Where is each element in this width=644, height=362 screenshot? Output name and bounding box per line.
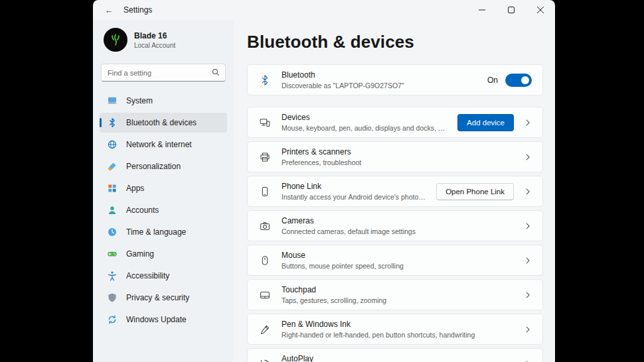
user-account-type: Local Account [134,42,175,49]
card-cameras[interactable]: Cameras Connected cameras, default image… [247,210,543,241]
app-body: Blade 16 Local Account System Bluetoo [93,20,555,362]
system-icon [107,95,118,106]
card-phone-link[interactable]: Phone Link Instantly access your Android… [247,176,543,207]
chevron-right-icon [524,257,532,265]
window-title: Settings [123,5,152,15]
back-button[interactable]: ← [101,2,117,18]
update-icon [107,314,118,325]
sidebar-item-accessibility[interactable]: Accessibility [100,266,227,286]
sidebar-item-gaming[interactable]: Gaming [100,244,227,264]
settings-window: ← Settings [93,0,555,362]
sidebar: Blade 16 Local Account System Bluetoo [93,20,234,362]
bluetooth-toggle-state-label: On [487,76,498,85]
pen-icon [258,323,272,336]
close-button[interactable] [526,0,555,20]
bluetooth-title: Bluetooth [282,70,477,80]
accessibility-icon [107,271,118,281]
card-devices[interactable]: Devices Mouse, keyboard, pen, audio, dis… [247,107,543,138]
mouse-icon [258,254,272,267]
sidebar-item-apps[interactable]: Apps [100,178,227,198]
titlebar: ← Settings [93,0,555,20]
card-touchpad[interactable]: Touchpad Taps, gestures, scrolling, zoom… [247,279,543,310]
card-mouse[interactable]: Mouse Buttons, mouse pointer speed, scro… [247,245,543,276]
main-content: Bluetooth & devices Bluetooth Discoverab… [234,20,555,362]
devices-action-button[interactable]: Add device [457,114,514,131]
search-box [101,64,226,82]
sidebar-item-network-internet[interactable]: Network & internet [100,135,227,154]
sidebar-item-accounts[interactable]: Accounts [100,200,227,220]
bluetooth-toggle[interactable] [505,74,532,87]
chevron-right-icon [524,119,532,127]
phone-icon [258,185,272,198]
privacy-icon [107,292,118,303]
bluetooth-toggle-card: Bluetooth Discoverable as "LAPTOP-G9O27S… [247,64,543,95]
personalization-icon [107,161,118,172]
chevron-right-icon [524,188,532,196]
autoplay-icon [258,357,272,362]
chevron-right-icon [524,291,532,299]
user-name: Blade 16 [134,31,175,40]
bluetooth-icon [258,74,272,87]
settings-cards: Devices Mouse, keyboard, pen, audio, dis… [247,107,543,362]
chevron-right-icon [524,326,532,333]
maximize-button[interactable] [497,0,526,20]
sidebar-item-personalization[interactable]: Personalization [100,156,227,176]
chevron-right-icon [524,222,532,230]
sidebar-item-windows-update[interactable]: Windows Update [100,310,227,330]
sidebar-item-privacy-security[interactable]: Privacy & security [100,288,227,308]
search-icon [211,68,220,80]
user-profile[interactable]: Blade 16 Local Account [100,24,227,56]
sidebar-item-time-language[interactable]: Time & language [100,222,227,242]
camera-icon [258,219,272,233]
screen-background: ← Settings [0,0,644,362]
card-pen-windows-ink[interactable]: Pen & Windows Ink Right-handed or left-h… [247,314,543,345]
chevron-right-icon [524,360,532,362]
search-input[interactable] [101,64,226,82]
touchpad-icon [258,288,272,302]
sidebar-item-system[interactable]: System [100,91,227,111]
apps-icon [107,183,118,194]
devices-icon [258,116,272,129]
gaming-icon [107,249,118,259]
card-printers-scanners[interactable]: Printers & scanners Preferences, trouble… [247,141,543,172]
chevron-right-icon [524,153,532,161]
printer-icon [258,151,272,164]
accounts-icon [107,205,118,215]
sidebar-item-bluetooth-devices[interactable]: Bluetooth & devices [100,113,227,133]
sidebar-nav: System Bluetooth & devices Network & int… [100,91,227,330]
phone-link-action-button[interactable]: Open Phone Link [436,183,514,200]
bluetooth-icon [107,117,118,128]
avatar [104,28,127,52]
bluetooth-subtitle: Discoverable as "LAPTOP-G9O27SO7" [282,82,477,90]
network-icon [107,139,118,150]
window-controls [467,0,555,20]
page-title: Bluetooth & devices [247,32,543,52]
card-autoplay[interactable]: AutoPlay Defaults for removable drives a… [247,348,543,362]
time-icon [107,227,118,237]
minimize-button[interactable] [467,0,497,20]
